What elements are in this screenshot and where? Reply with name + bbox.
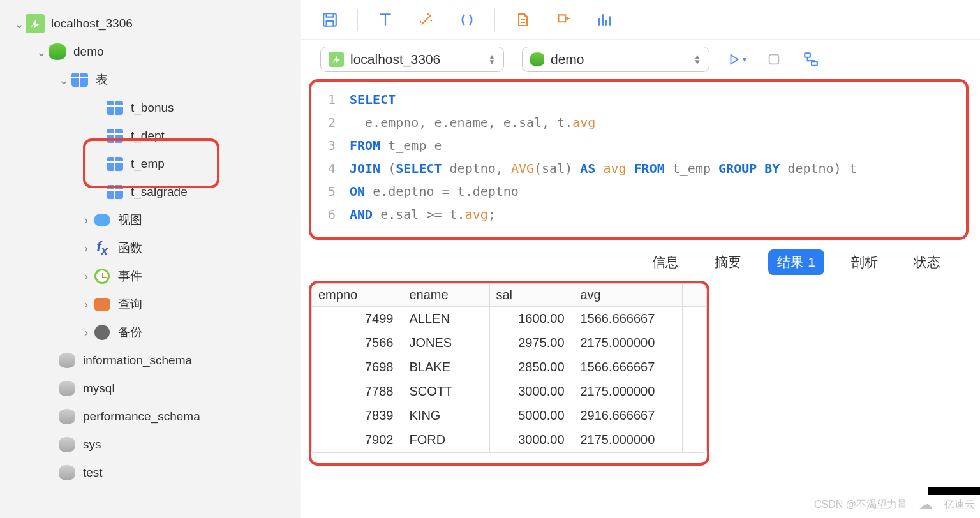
cell: 2175.000000 — [574, 380, 682, 404]
table-icon — [105, 98, 124, 117]
views-label: 视图 — [118, 212, 142, 228]
results-grid[interactable]: empnoenamesalavg 7499ALLEN1600.001566.66… — [311, 283, 707, 453]
stop-button[interactable] — [764, 50, 783, 69]
cell: 7698 — [312, 355, 403, 380]
events-label: 事件 — [118, 268, 142, 285]
table-label: t_emp — [131, 157, 165, 171]
sql-editor[interactable]: 123456 SELECT e.empno, e.ename, e.sal, t… — [311, 82, 966, 237]
table-row[interactable]: 7788SCOTT3000.002175.000000 — [312, 380, 706, 404]
tree-database-item[interactable]: mysql — [0, 374, 301, 403]
tree-views[interactable]: › 视图 — [0, 206, 301, 234]
save-icon[interactable] — [320, 10, 339, 29]
cell: 2916.666667 — [574, 404, 682, 428]
cell: 7788 — [312, 380, 403, 404]
backup-label: 备份 — [118, 324, 142, 341]
cell: 1566.666667 — [574, 355, 682, 380]
database-icon — [57, 435, 77, 454]
chevron-right-icon: › — [80, 269, 93, 283]
tree-table-item[interactable]: t_dept — [0, 122, 301, 150]
connection-label: localhost_3306 — [51, 17, 133, 31]
queries-icon — [93, 295, 112, 314]
watermark-text-2: 亿速云 — [944, 498, 975, 512]
tree-functions[interactable]: › fx 函数 — [0, 234, 301, 262]
tree-database-item[interactable]: information_schema — [0, 346, 301, 374]
result-tabs: 信息 摘要 结果 1 剖析 状态 — [301, 246, 980, 278]
tree-tables-folder[interactable]: ⌄ 表 — [0, 66, 301, 94]
parentheses-icon[interactable] — [457, 10, 477, 29]
connection-value: localhost_3306 — [350, 52, 440, 67]
database-label: test — [83, 466, 103, 480]
tree-database-item[interactable]: performance_schema — [0, 403, 301, 431]
table-row[interactable]: 7698BLAKE2850.001566.666667 — [312, 355, 706, 380]
tree-connection[interactable]: ⌄ localhost_3306 — [0, 10, 301, 38]
column-header[interactable]: ename — [403, 284, 489, 307]
database-value: demo — [551, 52, 584, 67]
tree-backup[interactable]: › 备份 — [0, 318, 301, 346]
watermark: CSDN @不渴望力量 ☁ 亿速云 — [814, 496, 975, 513]
connection-dropdown[interactable]: localhost_3306 ▲▼ — [320, 47, 504, 72]
tab-info[interactable]: 信息 — [643, 249, 688, 275]
database-icon — [57, 379, 77, 398]
table-row[interactable]: 7499ALLEN1600.001566.666667 — [312, 307, 706, 331]
cell: 5000.00 — [489, 404, 574, 428]
cell: 3000.00 — [489, 380, 574, 404]
cell: SCOTT — [403, 380, 489, 404]
column-header[interactable]: empno — [312, 284, 403, 307]
connection-icon — [26, 14, 45, 33]
export-icon[interactable] — [554, 10, 573, 29]
table-label: t_dept — [131, 129, 165, 143]
tree-table-item[interactable]: t_emp — [0, 150, 301, 178]
database-icon — [530, 52, 544, 66]
tree-database-item[interactable]: sys — [0, 431, 301, 459]
table-row[interactable]: 7839KING5000.002916.666667 — [312, 404, 706, 428]
svg-rect-0 — [323, 13, 336, 26]
svg-rect-1 — [769, 55, 779, 64]
connection-selector-row: localhost_3306 ▲▼ demo ▲▼ ▾ — [301, 40, 980, 79]
column-header[interactable]: avg — [574, 284, 682, 307]
chevron-right-icon: › — [80, 213, 93, 227]
format-icon[interactable] — [376, 10, 395, 29]
explain-button[interactable] — [801, 50, 820, 69]
tab-result[interactable]: 结果 1 — [768, 249, 824, 275]
cell: JONES — [403, 331, 489, 355]
chevron-down-icon: ⌄ — [35, 45, 48, 59]
results-header-row: empnoenamesalavg — [312, 284, 706, 307]
tab-profile[interactable]: 剖析 — [842, 249, 887, 275]
database-label: mysql — [83, 381, 115, 396]
cell: 2850.00 — [489, 355, 574, 380]
tree-database-item[interactable]: test — [0, 459, 301, 487]
tree-table-item[interactable]: t_salgrade — [0, 178, 301, 206]
chevron-right-icon: › — [80, 325, 93, 339]
sidebar: ⌄ localhost_3306 ⌄ demo ⌄ 表 t_bonust_dep… — [0, 0, 301, 518]
results-wrap: empnoenamesalavg 7499ALLEN1600.001566.66… — [311, 283, 966, 453]
table-label: t_bonus — [131, 101, 174, 115]
tree-table-item[interactable]: t_bonus — [0, 94, 301, 122]
chevron-right-icon: › — [80, 297, 93, 311]
cell: 1566.666667 — [574, 307, 682, 331]
tree-events[interactable]: › 事件 — [0, 262, 301, 290]
table-row[interactable]: 7566JONES2975.002175.000000 — [312, 331, 706, 355]
run-button[interactable]: ▾ — [727, 50, 746, 69]
cell: 2175.000000 — [574, 428, 682, 452]
updown-icon: ▲▼ — [694, 54, 701, 64]
tab-summary[interactable]: 摘要 — [706, 249, 750, 275]
chart-icon[interactable] — [595, 10, 614, 29]
connection-icon — [329, 52, 344, 67]
tree-queries[interactable]: › 查询 — [0, 290, 301, 318]
sql-code[interactable]: SELECT e.empno, e.ename, e.sal, t.avg FR… — [350, 88, 966, 226]
column-header[interactable]: sal — [489, 284, 574, 307]
cell: ALLEN — [403, 307, 489, 331]
table-row[interactable]: 7902FORD3000.002175.000000 — [312, 428, 706, 452]
tab-status[interactable]: 状态 — [905, 249, 949, 275]
document-icon[interactable] — [513, 10, 532, 29]
decoration — [928, 487, 980, 495]
database-icon — [48, 42, 67, 61]
tree-database[interactable]: ⌄ demo — [0, 38, 301, 66]
magic-icon[interactable] — [417, 10, 436, 29]
line-gutter: 123456 — [311, 88, 350, 226]
chevron-down-icon: ⌄ — [57, 73, 70, 87]
svg-rect-3 — [812, 61, 817, 66]
database-dropdown[interactable]: demo ▲▼ — [522, 47, 709, 72]
table-icon — [105, 154, 124, 174]
cell: KING — [403, 404, 489, 428]
